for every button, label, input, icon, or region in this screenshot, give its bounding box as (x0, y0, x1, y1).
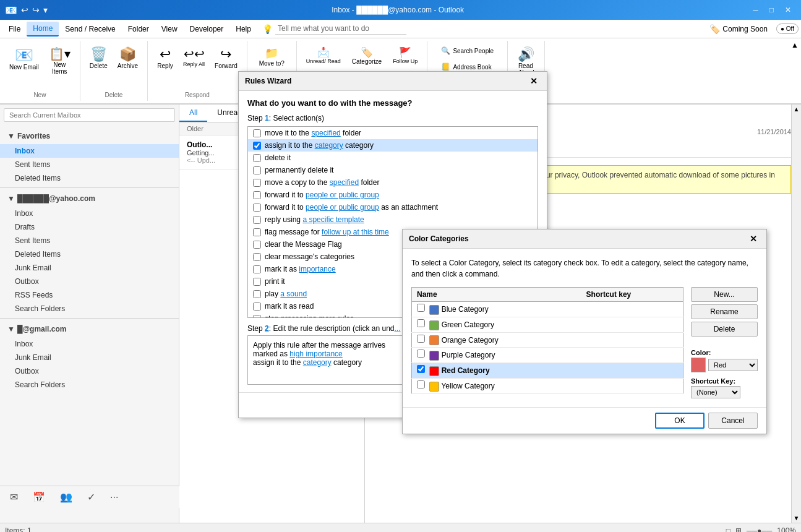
sidebar-item-yahoo-inbox[interactable]: Inbox (0, 207, 179, 220)
yellow-cat-cb[interactable] (417, 380, 425, 388)
sidebar-item-yahoo-rss[interactable]: RSS Feeds (0, 288, 179, 302)
shortcut-dropdown[interactable]: (None) (691, 386, 740, 398)
sidebar-item-gmail-junk[interactable]: Junk Email (0, 351, 179, 364)
move-to-btn[interactable]: 📁 Move to? (255, 43, 289, 70)
action-mark-importance-cb[interactable] (253, 265, 261, 273)
template-link[interactable]: a specific template (302, 215, 364, 224)
sidebar-item-gmail-inbox[interactable]: Inbox (0, 337, 179, 351)
action-forward-attach[interactable]: forward it to people or public group as … (248, 201, 538, 213)
close-btn[interactable]: ✕ (780, 4, 796, 15)
rename-category-btn[interactable]: Rename (691, 304, 758, 319)
menu-help[interactable]: Help (229, 22, 257, 36)
maximize-btn[interactable]: □ (765, 4, 779, 15)
blue-cat-cb[interactable] (417, 304, 425, 312)
orange-cat-cb[interactable] (417, 335, 425, 343)
table-row[interactable]: Green Category (412, 317, 683, 332)
table-row[interactable]: Red Category (412, 363, 683, 379)
sidebar-item-inbox-fav[interactable]: Inbox (0, 144, 179, 158)
table-row[interactable]: Purple Category (412, 348, 683, 363)
action-flag-cb[interactable] (253, 228, 261, 236)
forward-btn[interactable]: ↪ Forward (210, 43, 242, 72)
sidebar-item-deleted-fav[interactable]: Deleted Items (0, 171, 179, 185)
specified-folder-link[interactable]: specified (311, 129, 340, 137)
tell-me-input[interactable]: Tell me what you want to do (275, 23, 406, 35)
green-cat-cb[interactable] (417, 319, 425, 327)
yahoo-section[interactable]: ▼ ██████@yahoo.com (0, 191, 179, 207)
action-clear-flag-cb[interactable] (253, 241, 261, 249)
ribbon-collapse-btn[interactable]: ▲ (791, 41, 799, 49)
menu-file[interactable]: File (2, 22, 27, 36)
sidebar-item-yahoo-junk[interactable]: Junk Email (0, 261, 179, 275)
action-forward-attach-cb[interactable] (253, 204, 261, 212)
categorize-btn[interactable]: 🏷️ Categorize (348, 43, 386, 68)
mail-nav-btn[interactable]: ✉ (5, 489, 23, 505)
sidebar-search-input[interactable] (4, 108, 175, 122)
menu-folder[interactable]: Folder (122, 22, 155, 36)
new-category-btn[interactable]: New... (691, 287, 758, 302)
sidebar-item-yahoo-drafts[interactable]: Drafts (0, 220, 179, 234)
quick-access-btn[interactable]: ▾ (43, 5, 48, 15)
tab-all[interactable]: All (179, 105, 207, 122)
action-copy-folder[interactable]: move a copy to the specified folder (248, 176, 538, 189)
reply-all-btn[interactable]: ↩↩ Reply All (179, 43, 209, 71)
action-delete[interactable]: delete it (248, 152, 538, 164)
view-normal-btn[interactable]: □ (726, 526, 730, 533)
action-reply-template[interactable]: reply using a specific template (248, 213, 538, 226)
color-cancel-btn[interactable]: Cancel (708, 413, 758, 429)
followup-link[interactable]: follow up at this time (322, 228, 389, 236)
importance-link[interactable]: importance (299, 265, 335, 273)
scroll-up-btn[interactable]: ▲ (792, 105, 801, 114)
action-assign-category-cb[interactable] (253, 142, 261, 150)
action-clear-categories-cb[interactable] (253, 253, 261, 261)
delete-btn[interactable]: 🗑️ Delete (85, 43, 112, 72)
sidebar-item-yahoo-deleted[interactable]: Deleted Items (0, 247, 179, 261)
view-reading-btn[interactable]: ⊞ (735, 526, 742, 533)
action-stop-processing-cb[interactable] (253, 315, 261, 319)
red-cat-cb[interactable] (417, 365, 425, 373)
action-mark-read-cb[interactable] (253, 302, 261, 311)
action-delete-cb[interactable] (253, 154, 261, 162)
copy-specified-link[interactable]: specified (330, 178, 359, 187)
color-dialog-close-btn[interactable]: ✕ (747, 233, 760, 244)
more-nav-btn[interactable]: ··· (105, 489, 123, 505)
rules-wizard-close-btn[interactable]: ✕ (527, 75, 541, 87)
tasks-nav-btn[interactable]: ✓ (82, 489, 100, 505)
sidebar-item-gmail-search[interactable]: Search Folders (0, 378, 179, 392)
action-forward-people[interactable]: forward it to people or public group (248, 189, 538, 201)
new-email-btn[interactable]: 📧 New Email (5, 43, 43, 74)
minimize-btn[interactable]: ─ (748, 4, 763, 15)
table-row[interactable]: Yellow Category (412, 379, 683, 394)
sidebar-item-yahoo-outbox[interactable]: Outbox (0, 275, 179, 288)
action-copy-folder-cb[interactable] (253, 179, 261, 187)
sidebar-item-yahoo-sent[interactable]: Sent Items (0, 234, 179, 247)
gmail-section[interactable]: ▼ █@gmail.com (0, 321, 179, 337)
action-assign-category[interactable]: assign it to the category category (248, 139, 538, 152)
redo-btn[interactable]: ↪ (32, 5, 40, 15)
archive-btn[interactable]: 📦 Archive (113, 43, 142, 72)
action-play-sound-cb[interactable] (253, 290, 261, 298)
scroll-down-btn[interactable]: ▼ (792, 513, 801, 523)
sidebar-item-yahoo-search[interactable]: Search Folders (0, 302, 179, 315)
menu-view[interactable]: View (155, 22, 184, 36)
favorites-section[interactable]: ▼ Favorites (0, 128, 179, 144)
sidebar-item-sent-fav[interactable]: Sent Items (0, 158, 179, 171)
high-importance-link[interactable]: high importance (289, 350, 342, 358)
action-reply-template-cb[interactable] (253, 216, 261, 224)
action-print-cb[interactable] (253, 278, 261, 286)
table-row[interactable]: Orange Category (412, 332, 683, 348)
search-people-btn[interactable]: 🔍 Search People (437, 43, 498, 58)
sidebar-item-gmail-outbox[interactable]: Outbox (0, 364, 179, 378)
action-perm-delete[interactable]: permanently delete it (248, 164, 538, 176)
calendar-nav-btn[interactable]: 📅 (28, 489, 50, 505)
follow-up-btn[interactable]: 🚩 Follow Up (388, 43, 422, 68)
menu-developer[interactable]: Developer (184, 22, 230, 36)
reply-btn[interactable]: ↩ Reply (153, 43, 178, 72)
people-nav-btn[interactable]: 👥 (55, 489, 77, 505)
menu-send-receive[interactable]: Send / Receive (59, 22, 121, 36)
delete-category-btn[interactable]: Delete (691, 322, 758, 337)
action-forward-people-cb[interactable] (253, 191, 261, 199)
color-dropdown[interactable]: Red (708, 359, 758, 371)
category-link[interactable]: category (315, 141, 343, 150)
zoom-slider[interactable]: ──●── (747, 526, 772, 533)
color-ok-btn[interactable]: OK (655, 413, 705, 429)
